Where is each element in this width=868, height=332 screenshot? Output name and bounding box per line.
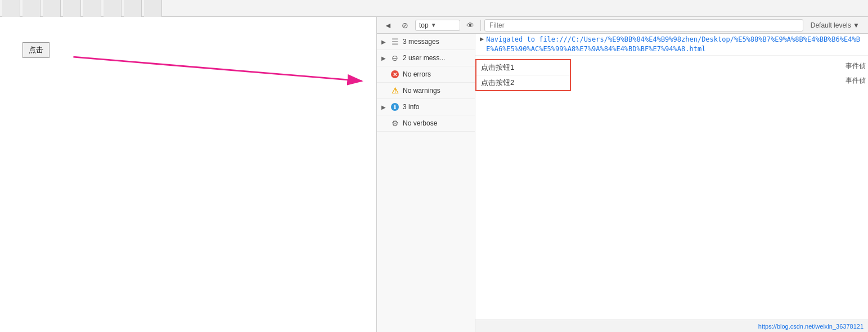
msg-item-info[interactable]: ▶ ℹ 3 info: [377, 99, 475, 115]
eye-icon-btn[interactable]: 👁: [464, 19, 477, 32]
devtools-content: ▶ ☰ 3 messages ▶ ⊖ 2 user mess...: [377, 34, 868, 332]
msg-label-verbose: No verbose: [403, 119, 437, 127]
expand-icon-all: ▶: [381, 39, 387, 45]
msg-label-user: 2 user mess...: [403, 54, 445, 62]
bottom-bar: https://blog.csdn.net/weixin_36378121: [475, 320, 868, 332]
msg-label-warnings: No warnings: [403, 87, 440, 95]
msg-item-errors[interactable]: ✕ No errors: [377, 66, 475, 83]
info-icon: ℹ: [390, 102, 399, 111]
levels-selector[interactable]: Default levels ▼: [807, 20, 863, 31]
devtools-toolbar: ◄ ⊘ top ▼ 👁 Default levels ▼: [377, 17, 868, 34]
top-toolbar: [0, 0, 868, 17]
tab-separator-2[interactable]: [23, 0, 41, 17]
tab-separator-4[interactable]: [63, 0, 81, 17]
svg-line-1: [73, 57, 362, 81]
msg-label-info: 3 info: [403, 103, 419, 111]
verbose-icon: ⚙: [390, 119, 399, 128]
expand-icon-warnings: [381, 88, 387, 94]
back-icon: ◄: [384, 21, 392, 30]
tab-separator-1[interactable]: [2, 0, 20, 17]
message-sidebar: ▶ ☰ 3 messages ▶ ⊖ 2 user mess...: [377, 34, 475, 332]
webpage-click-button[interactable]: 点击: [23, 42, 50, 58]
msg-label-all: 3 messages: [403, 38, 439, 46]
expand-icon-info: ▶: [381, 104, 387, 110]
expand-icon-verbose: [381, 120, 387, 127]
warning-icon: ⚠: [390, 86, 399, 95]
list-icon: ☰: [390, 37, 399, 46]
console-output-area: ▶ Navigated to file:///C:/Users/%E9%BB%8…: [475, 34, 868, 332]
error-icon: ✕: [390, 70, 399, 79]
event-box: 点击按钮1 点击按钮2: [475, 59, 571, 91]
event-display-area: 点击按钮1 点击按钮2 事件侦 事件侦: [475, 56, 868, 320]
back-icon-btn[interactable]: ◄: [381, 19, 395, 32]
tab-separator-8[interactable]: [144, 0, 162, 17]
user-icon: ⊖: [390, 53, 399, 62]
event-source-2: 事件侦: [845, 76, 866, 86]
msg-item-user[interactable]: ▶ ⊖ 2 user mess...: [377, 50, 475, 66]
block-icon: ⊘: [402, 21, 408, 30]
tab-separator-7[interactable]: [124, 0, 142, 17]
levels-label: Default levels ▼: [811, 21, 860, 29]
block-icon-btn[interactable]: ⊘: [398, 19, 412, 32]
msg-item-warnings[interactable]: ⚠ No warnings: [377, 83, 475, 99]
tab-separator-5[interactable]: [83, 0, 101, 17]
event-label-2: 点击按钮2: [481, 78, 514, 88]
arrow-annotation: [0, 17, 376, 332]
bottom-url-link[interactable]: https://blog.csdn.net/weixin_36378121: [758, 323, 863, 330]
msg-item-all[interactable]: ▶ ☰ 3 messages: [377, 34, 475, 50]
main-content: 点击 ◄ ⊘ top ▼: [0, 17, 868, 332]
event-row-2: 点击按钮2: [476, 75, 570, 90]
expand-icon-user: ▶: [381, 55, 387, 61]
eye-icon: 👁: [466, 21, 474, 30]
event-label-1: 点击按钮1: [481, 62, 514, 73]
toolbar-divider: [480, 20, 481, 31]
tab-separator-6[interactable]: [104, 0, 122, 17]
left-panel: 点击: [0, 17, 377, 332]
page-preview: 点击: [0, 17, 376, 332]
event-source-1: 事件侦: [845, 61, 866, 71]
tab-separator-3[interactable]: [43, 0, 61, 17]
console-nav-line: ▶ Navigated to file:///C:/Users/%E9%BB%8…: [475, 34, 868, 56]
expand-icon-errors: [381, 71, 387, 78]
nav-arrow: ▶: [480, 35, 484, 44]
msg-item-verbose[interactable]: ⚙ No verbose: [377, 115, 475, 132]
context-selector[interactable]: top ▼: [415, 20, 460, 31]
nav-text: Navigated to file:///C:/Users/%E9%BB%84%…: [486, 35, 863, 54]
filter-input[interactable]: [484, 19, 803, 32]
context-dropdown-icon: ▼: [431, 22, 437, 28]
event-row-1: 点击按钮1: [476, 60, 570, 75]
right-panel: ◄ ⊘ top ▼ 👁 Default levels ▼: [377, 17, 868, 332]
msg-label-errors: No errors: [403, 70, 431, 78]
context-label: top: [419, 21, 429, 29]
